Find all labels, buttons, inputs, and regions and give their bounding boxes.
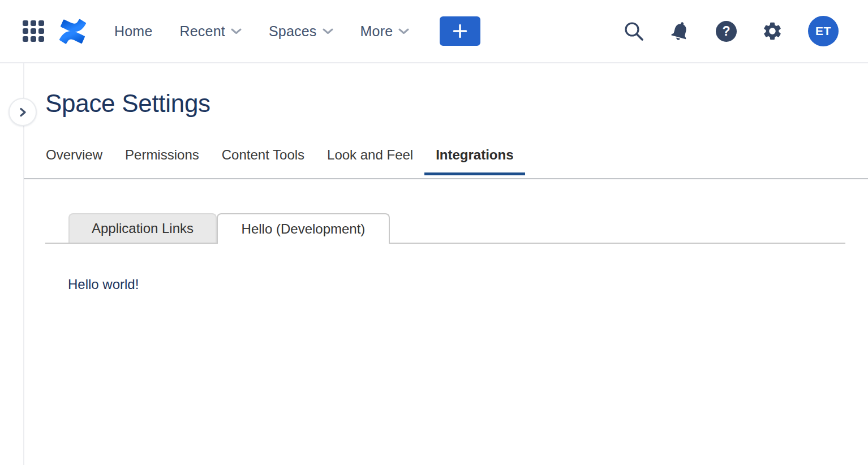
avatar[interactable]: ET [808,16,839,46]
create-button[interactable] [440,16,480,46]
chevron-right-icon [18,107,28,118]
search-icon [624,21,644,42]
tab-look-and-feel[interactable]: Look and Feel [316,146,424,175]
chevron-down-icon [323,28,333,34]
confluence-space-settings-page: { "header": { "nav_items": [ { "label": … [0,0,868,466]
notifications-button[interactable] [669,20,691,42]
chevron-down-icon [231,28,242,34]
question-glyph: ? [722,24,730,39]
nav-item-recent[interactable]: Recent [180,23,242,40]
settings-button[interactable] [762,20,783,42]
notification-bell-icon [667,18,694,45]
tab-permissions[interactable]: Permissions [114,146,210,175]
chevron-down-icon [398,28,409,34]
nav-item-label: More [360,23,393,40]
tabs-bottom-divider [24,178,868,179]
confluence-logo[interactable] [59,18,86,45]
nav-item-home[interactable]: Home [114,23,153,40]
page-tabs: Overview Permissions Content Tools Look … [35,146,868,175]
nav-item-label: Spaces [269,23,317,40]
tab-integrations[interactable]: Integrations [424,146,525,175]
integrations-subtabs: Application Links Hello (Development) [45,213,845,244]
gear-icon [762,20,783,42]
app-switcher-button[interactable] [23,20,44,42]
nav-item-label: Home [114,23,153,40]
app-switcher-grid-icon [23,20,44,42]
help-button[interactable]: ? [716,21,737,42]
integration-content-text: Hello world! [68,276,868,292]
avatar-initials: ET [815,24,831,38]
tab-overview[interactable]: Overview [35,146,114,175]
nav-item-spaces[interactable]: Spaces [269,23,333,40]
nav-item-label: Recent [180,23,225,40]
topnav-right-cluster: ? ET [624,16,868,46]
search-button[interactable] [624,21,644,42]
primary-nav: Home Recent Spaces More [114,23,436,40]
top-navigation-bar: Home Recent Spaces More [0,0,868,63]
nav-item-more[interactable]: More [360,23,410,40]
expand-sidebar-button[interactable] [8,98,37,126]
question-mark-icon: ? [716,21,737,42]
plus-icon [452,23,469,40]
main-content: Space Settings Overview Permissions Cont… [0,63,868,465]
subtab-hello-development[interactable]: Hello (Development) [217,213,390,244]
tab-content-tools[interactable]: Content Tools [210,146,316,175]
confluence-logo-icon [59,18,86,45]
page-title: Space Settings [45,89,868,118]
subtab-application-links[interactable]: Application Links [68,213,217,243]
